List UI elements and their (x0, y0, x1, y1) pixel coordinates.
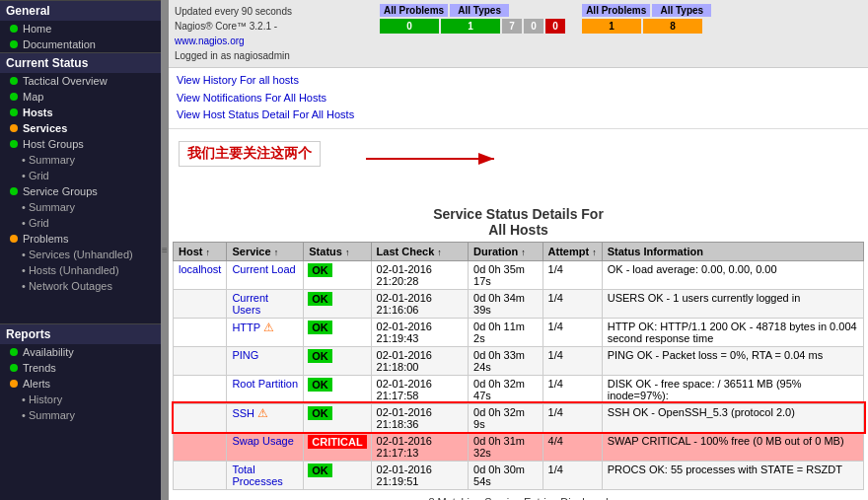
sidebar-item-host-groups[interactable]: Host Groups (0, 136, 161, 152)
th-attempt[interactable]: Attempt ↑ (542, 242, 602, 260)
cell-last-check: 02-01-2016 21:19:51 (371, 461, 468, 489)
sidebar-item-map[interactable]: Map (0, 89, 161, 105)
cell-attempt: 1/4 (542, 375, 602, 403)
cell-duration: 0d 0h 32m 9s (469, 403, 543, 432)
sidebar-map-label: Map (23, 91, 43, 103)
sidebar-alerts-label: Alerts (23, 378, 50, 390)
sidebar-home-label: Home (23, 23, 51, 35)
svc-count-1[interactable]: 1 (582, 19, 641, 34)
svc-all-types-header: All Types (652, 4, 711, 17)
cell-last-check: 02-01-2016 21:17:58 (371, 375, 468, 403)
sidebar-item-tactical[interactable]: Tactical Overview (0, 73, 161, 89)
sidebar-sub-history[interactable]: History (0, 392, 161, 407)
sidebar-item-hosts[interactable]: Hosts (0, 105, 161, 120)
service-link[interactable]: SSH (232, 407, 254, 419)
sidebar-item-alerts[interactable]: Alerts (0, 376, 161, 392)
service-link[interactable]: Root Partition (232, 378, 298, 390)
sidebar-item-availability[interactable]: Availability (0, 344, 161, 360)
sg-dot-icon (10, 187, 18, 195)
host-extra3[interactable]: 0 (545, 19, 565, 34)
view-notifications-link[interactable]: View Notifications For All Hosts (177, 90, 860, 107)
view-host-status-link[interactable]: View Host Status Detail For All Hosts (177, 107, 860, 124)
status-badge: OK (308, 292, 332, 306)
cell-attempt: 1/4 (542, 260, 602, 289)
sidebar-sub-summary[interactable]: Summary (0, 407, 161, 423)
service-link[interactable]: PING (232, 349, 258, 361)
host-box-headers: All Problems All Types (380, 4, 574, 17)
sidebar-sub-hg-grid[interactable]: Grid (0, 168, 161, 183)
host-all-types-header: All Types (450, 4, 509, 17)
sidebar-sub-sg-grid[interactable]: Grid (0, 215, 161, 231)
main-content: Updated every 90 seconds Nagios® Core™ 3… (169, 0, 868, 500)
cell-status: OK (304, 260, 371, 289)
sidebar-sub-sg-summary[interactable]: Summary (0, 199, 161, 215)
cell-status: OK (304, 403, 371, 432)
sidebar-sub-services-unhandled[interactable]: Services (Unhandled) (0, 247, 161, 262)
host-box-values: 0 1 7 0 0 (380, 19, 574, 34)
sidebar-sub-hg-summary[interactable]: Summary (0, 152, 161, 168)
sidebar-sub-hosts-unhandled[interactable]: Hosts (Unhandled) (0, 262, 161, 278)
host-sort-icon: ↑ (206, 248, 211, 257)
table-row: Swap UsageCRITICAL02-01-2016 21:17:130d … (174, 432, 864, 461)
table-row: SSH ⚠OK02-01-2016 21:18:360d 0h 32m 9s1/… (174, 403, 864, 432)
sidebar-item-documentation[interactable]: Documentation (0, 36, 161, 52)
host-count-1[interactable]: 1 (441, 19, 500, 34)
sidebar-sub-network-outages[interactable]: Network Outages (0, 278, 161, 294)
host-count-0[interactable]: 0 (380, 19, 439, 34)
th-duration[interactable]: Duration ↑ (469, 242, 543, 260)
cell-last-check: 02-01-2016 21:19:43 (371, 318, 468, 346)
cell-host (174, 289, 227, 318)
th-status-info[interactable]: Status Information (602, 242, 863, 260)
service-link[interactable]: Total Processes (232, 464, 282, 487)
sidebar-item-service-groups[interactable]: Service Groups (0, 183, 161, 199)
cell-status: OK (304, 346, 371, 375)
host-extra1[interactable]: 7 (502, 19, 522, 34)
service-title-line2: All Hosts (488, 222, 548, 238)
attempt-sort-icon: ↑ (592, 248, 597, 257)
sidebar-sg-label: Service Groups (23, 185, 98, 197)
th-last-check[interactable]: Last Check ↑ (371, 242, 468, 260)
sidebar-item-problems[interactable]: Problems (0, 231, 161, 247)
resize-divider[interactable]: ≡ (161, 0, 169, 500)
service-link[interactable]: HTTP (232, 321, 260, 333)
th-service[interactable]: Service ↑ (227, 242, 304, 260)
cell-last-check: 02-01-2016 21:18:00 (371, 346, 468, 375)
top-bar: Updated every 90 seconds Nagios® Core™ 3… (169, 0, 868, 68)
cell-host (174, 432, 227, 461)
service-link[interactable]: Current Users (232, 292, 268, 316)
service-title-line1: Service Status Details For (433, 206, 604, 222)
sidebar-hosts-label: Hosts (23, 107, 53, 118)
cell-host: localhost (174, 260, 227, 289)
sidebar-item-services[interactable]: Services (0, 120, 161, 136)
services-dot-icon (10, 124, 18, 132)
status-badge: OK (308, 378, 332, 392)
view-history-link[interactable]: View History For all hosts (177, 72, 860, 90)
warn-icon: ⚠ (254, 406, 268, 420)
update-text: Updated every 90 seconds (175, 4, 372, 19)
service-link[interactable]: Current Load (232, 263, 295, 275)
home-dot-icon (10, 25, 18, 33)
service-sort-icon: ↑ (274, 248, 279, 257)
host-extra2[interactable]: 0 (524, 19, 543, 34)
sidebar-item-trends[interactable]: Trends (0, 360, 161, 376)
host-link[interactable]: localhost (179, 263, 221, 275)
table-row: PINGOK02-01-2016 21:18:000d 0h 33m 24s1/… (174, 346, 864, 375)
annotation-container: 我们主要关注这两个 (169, 129, 868, 198)
th-status[interactable]: Status ↑ (304, 242, 371, 260)
logged-as: Logged in as nagiosadmin (175, 48, 372, 63)
service-table-area: Host ↑ Service ↑ Status ↑ Last Check ↑ D… (169, 242, 868, 500)
cell-status-info: SSH OK - OpenSSH_5.3 (protocol 2.0) (602, 403, 863, 432)
links-bar: View History For all hosts View Notifica… (169, 68, 868, 129)
status-badge: CRITICAL (308, 435, 366, 449)
nagios-url-link[interactable]: www.nagios.org (175, 36, 245, 46)
svc-all-problems-header: All Problems (582, 4, 650, 17)
host-spacer (511, 4, 531, 17)
sidebar-item-home[interactable]: Home (0, 21, 161, 36)
status-badge: OK (308, 406, 332, 420)
service-link[interactable]: Swap Usage (232, 435, 293, 447)
cell-host (174, 318, 227, 346)
cell-status-info: HTTP OK: HTTP/1.1 200 OK - 48718 bytes i… (602, 318, 863, 346)
th-host[interactable]: Host ↑ (174, 242, 227, 260)
problems-dot-icon (10, 235, 18, 243)
svc-count-8[interactable]: 8 (643, 19, 702, 34)
